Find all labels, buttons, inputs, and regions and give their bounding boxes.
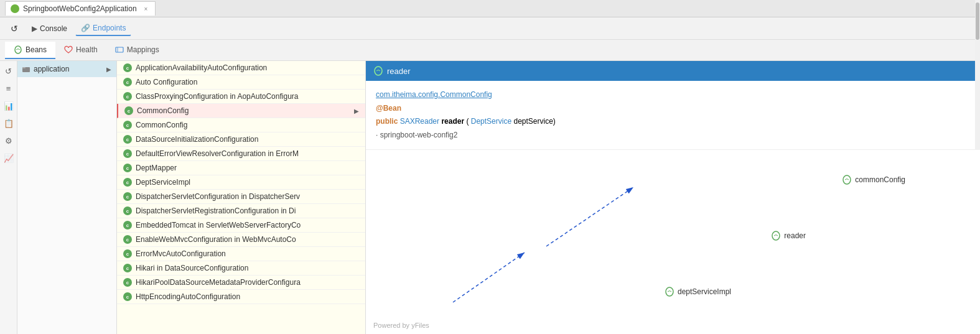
bean-c-icon: c (124, 106, 133, 115)
main-layout: ↺ ≡ 📊 📋 ⚙ 📈 application ▶ c ApplicationA… (0, 61, 980, 334)
tab-mappings[interactable]: Mappings (106, 42, 168, 59)
bean-c-icon: c (123, 149, 132, 158)
side-icon-list[interactable]: 📋 (2, 117, 15, 129)
return-type: SAXReader (400, 117, 442, 126)
bean-c-icon: c (123, 292, 132, 301)
refresh-btn[interactable]: ↺ (5, 21, 24, 37)
bean-item-15[interactable]: c Hikari in DataSourceConfiguration (117, 261, 365, 276)
bean-name-11: DispatcherServletRegistrationConfigurati… (136, 206, 296, 215)
bean-name-7: DefaultErrorViewResolverConfiguration in… (136, 149, 299, 158)
app-tree-panel: application ▶ (17, 61, 117, 334)
bean-item-10[interactable]: c DispatcherServletConfiguration in Disp… (117, 190, 365, 204)
bean-c-icon: c (123, 235, 132, 244)
bean-c-icon: c (123, 92, 132, 101)
app-tree-arrow: ▶ (106, 66, 111, 73)
title-close-btn[interactable]: × (144, 6, 148, 12)
refresh-icon: ↺ (11, 24, 18, 34)
graph-node-deptserviceimpl[interactable]: deptServiceImpl (665, 287, 731, 297)
bean-detail-panel: reader com.itheima.config.CommonConfig @… (366, 61, 980, 334)
bean-item-11[interactable]: c DispatcherServletRegistrationConfigura… (117, 204, 365, 218)
bean-name-5: CommonConfig (136, 121, 187, 129)
mappings-tab-icon (115, 45, 124, 54)
bean-c-icon: c (123, 249, 132, 258)
bean-item-7[interactable]: c DefaultErrorViewResolverConfiguration … (117, 147, 365, 161)
reader-bean-icon (373, 66, 383, 76)
title-tab[interactable]: SpringbootWebConfig2Application × (5, 1, 156, 16)
app-tree-item-application[interactable]: application ▶ (17, 61, 116, 77)
bean-item-1[interactable]: c ApplicationAvailabilityAutoConfigurati… (117, 61, 365, 75)
graph-footer: Powered by yFiles (373, 322, 429, 329)
side-icons-panel: ↺ ≡ 📊 📋 ⚙ 📈 (0, 61, 17, 334)
bean-item-3[interactable]: c ClassProxyingConfiguration in AopAutoC… (117, 90, 365, 104)
bean-item-6[interactable]: c DataSourceInitializationConfiguration (117, 132, 365, 147)
tab-beans-label: Beans (26, 45, 47, 54)
param-type: DeptService (471, 117, 511, 126)
side-icon-graph[interactable]: 📈 (2, 152, 15, 164)
bean-annotation: @Bean (376, 102, 970, 116)
tab-mappings-label: Mappings (127, 45, 159, 54)
method-name: reader (441, 117, 464, 126)
endpoints-btn[interactable]: 🔗 Endpoints (75, 21, 131, 36)
bean-info: com.itheima.config.CommonConfig @Bean pu… (366, 81, 980, 150)
bean-selected-header[interactable]: reader (366, 61, 980, 81)
svg-point-9 (843, 175, 851, 184)
bean-c-icon: c (123, 192, 132, 201)
bean-item-8[interactable]: c DeptMapper (117, 161, 365, 175)
selected-bean-label: reader (387, 67, 411, 76)
console-label: Console (40, 24, 67, 33)
side-icon-gear[interactable]: ⚙ (2, 134, 15, 147)
bean-item-4[interactable]: c CommonConfig ▶ (117, 104, 365, 118)
bean-c-icon: c (123, 121, 132, 129)
bean-item-13[interactable]: c EnableWebMvcConfiguration in WebMvcAut… (117, 233, 365, 247)
bean-item-16[interactable]: c HikariPoolDataSourceMetadataProviderCo… (117, 276, 365, 290)
side-icon-chart[interactable]: 📊 (2, 100, 15, 112)
bean-item-17[interactable]: c HttpEncodingAutoConfiguration (117, 290, 365, 304)
beans-tab-icon (14, 45, 22, 54)
tab-beans[interactable]: Beans (5, 42, 55, 59)
endpoints-icon: 🔗 (81, 24, 90, 32)
svg-point-5 (375, 67, 382, 75)
bean-link[interactable]: com.itheima.config.CommonConfig (376, 88, 970, 102)
app-tree-label: application (34, 65, 69, 73)
bean-name-17: HttpEncodingAutoConfiguration (136, 292, 240, 301)
reader-label: reader (784, 231, 806, 240)
svg-point-0 (15, 46, 21, 53)
svg-line-7 (546, 187, 633, 246)
folder-icon (22, 65, 30, 73)
spring-icon (11, 4, 19, 13)
bean-item-14[interactable]: c ErrorMvcAutoConfiguration (117, 247, 365, 261)
svg-rect-4 (22, 67, 26, 68)
bean-name-1: ApplicationAvailabilityAutoConfiguration (136, 63, 267, 72)
graph-panel: commonConfig reader deptServiceImpl Powe… (366, 150, 980, 334)
bean-c-icon: c (123, 278, 132, 287)
bean-c-icon: c (123, 206, 132, 215)
bean-name-15: Hikari in DataSourceConfiguration (136, 264, 248, 272)
side-icon-menu[interactable]: ≡ (2, 82, 15, 95)
param-name: deptService) (513, 117, 555, 126)
svg-point-10 (772, 231, 780, 240)
bean-item-5[interactable]: c CommonConfig (117, 118, 365, 132)
bean-name-2: Auto Configuration (136, 78, 197, 86)
graph-node-commonconfig[interactable]: commonConfig (842, 175, 905, 185)
bean-method-signature: public SAXReader reader ( DeptService de… (376, 115, 970, 129)
tab-health[interactable]: Health (55, 42, 106, 59)
bean-item-12[interactable]: c EmbeddedTomcat in ServletWebServerFact… (117, 218, 365, 233)
bean-c-icon: c (123, 164, 132, 172)
beans-list-panel[interactable]: c ApplicationAvailabilityAutoConfigurati… (117, 61, 366, 334)
tab-health-label: Health (76, 45, 98, 54)
bean-name-12: EmbeddedTomcat in ServletWebServerFactor… (136, 221, 301, 230)
bean-c-icon: c (123, 63, 132, 72)
bean-arrow-4: ▶ (354, 108, 359, 114)
graph-node-reader[interactable]: reader (771, 231, 806, 241)
endpoints-label: Endpoints (93, 24, 126, 32)
bean-item-2[interactable]: c Auto Configuration (117, 75, 365, 90)
console-icon: ▶ (32, 24, 37, 33)
method-params: ( (466, 117, 469, 126)
deptserviceimpl-label: deptServiceImpl (678, 287, 731, 296)
bean-name-4: CommonConfig (137, 106, 189, 115)
bean-class-link[interactable]: com.itheima.config.CommonConfig (376, 90, 492, 99)
module-text: · springboot-web-config2 (376, 131, 457, 139)
bean-item-9[interactable]: c DeptServiceImpl (117, 175, 365, 190)
console-btn[interactable]: ▶ Console (26, 21, 73, 36)
side-icon-refresh[interactable]: ↺ (2, 65, 15, 77)
